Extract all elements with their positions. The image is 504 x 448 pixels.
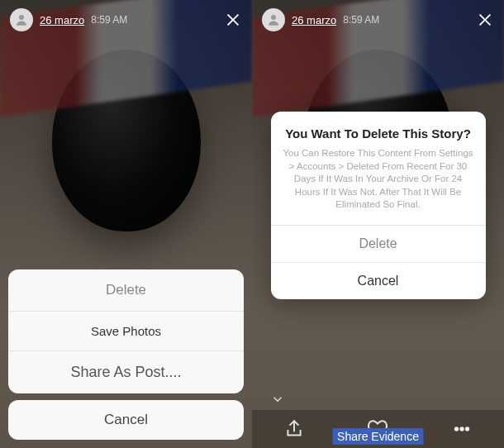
delete-option[interactable]: Delete — [8, 269, 244, 312]
dialog-cancel-button[interactable]: Cancel — [271, 262, 486, 299]
share-icon — [283, 418, 305, 440]
share-button[interactable] — [283, 418, 305, 440]
cancel-button[interactable]: Cancel — [8, 400, 244, 440]
person-icon — [266, 12, 281, 27]
story-panel-right: 26 marzo 8:59 AM You Want To Delete This… — [252, 0, 504, 448]
save-photos-option[interactable]: Save Photos — [8, 312, 244, 351]
svg-point-6 — [455, 427, 458, 430]
close-icon — [476, 11, 494, 29]
more-icon — [451, 418, 473, 440]
story-time: 8:59 AM — [343, 14, 379, 26]
share-as-post-option[interactable]: Share As Post.... — [8, 351, 244, 393]
action-sheet-group: Delete Save Photos Share As Post.... — [8, 269, 244, 393]
confirm-delete-button[interactable]: Delete — [271, 225, 486, 262]
share-evidence-label: Share Evidence — [332, 428, 424, 445]
story-date[interactable]: 26 marzo — [292, 14, 336, 26]
svg-point-7 — [460, 427, 463, 430]
svg-point-3 — [271, 15, 276, 20]
close-icon — [224, 11, 242, 29]
delete-confirm-dialog: You Want To Delete This Story? You Can R… — [271, 112, 486, 299]
avatar[interactable] — [262, 8, 285, 31]
svg-point-0 — [19, 15, 24, 20]
dialog-body: You Can Restore This Content From Settin… — [271, 147, 486, 225]
story-header: 26 marzo 8:59 AM — [252, 0, 504, 40]
story-date[interactable]: 26 marzo — [40, 14, 84, 26]
close-button[interactable] — [476, 11, 494, 29]
action-sheet: Delete Save Photos Share As Post.... Can… — [8, 269, 244, 440]
close-button[interactable] — [224, 11, 242, 29]
more-button[interactable] — [451, 418, 473, 440]
story-header: 26 marzo 8:59 AM — [0, 0, 252, 40]
story-bottom-bar: Share Evidence — [252, 410, 504, 448]
svg-point-8 — [466, 427, 468, 430]
story-time: 8:59 AM — [91, 14, 127, 26]
chevron-down-icon[interactable] — [270, 392, 285, 407]
person-icon — [14, 12, 29, 27]
dialog-title: You Want To Delete This Story? — [271, 112, 486, 147]
story-panel-left: 26 marzo 8:59 AM Delete Save Photos Shar… — [0, 0, 252, 448]
avatar[interactable] — [10, 8, 33, 31]
